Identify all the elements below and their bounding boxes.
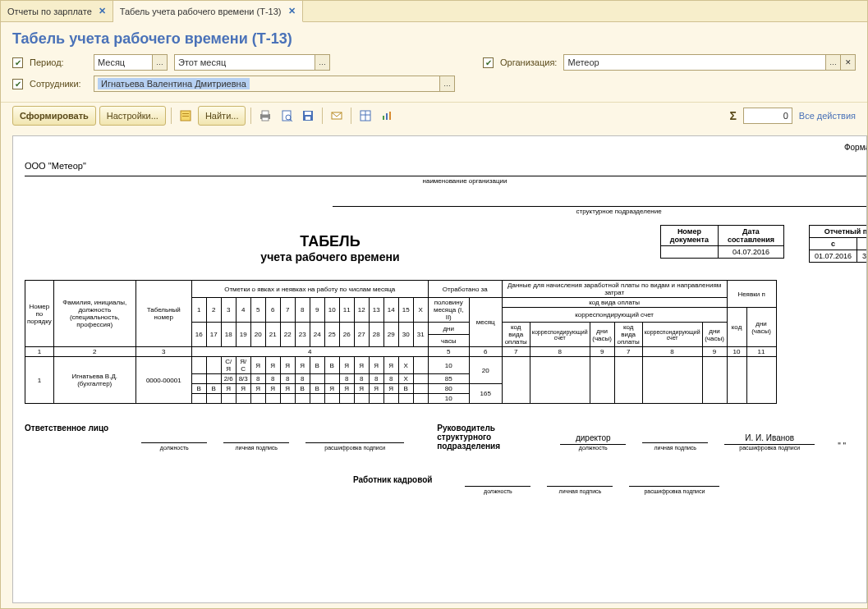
tab-timesheet[interactable]: Табель учета рабочего времени (Т-13) ✕ <box>113 1 303 22</box>
filter-panel: ✔ Период: Месяц … Этот месяц … ✔ Организ… <box>1 54 867 102</box>
period-kind-field[interactable]: Месяц … <box>94 54 168 71</box>
employees-value: Игнатьева Валентина Дмитриевна <box>98 78 250 89</box>
org-name: ООО "Метеор" <box>25 161 867 171</box>
org-caption: наименование организации <box>25 177 867 185</box>
org-field[interactable]: Метеор … ✕ <box>563 54 856 71</box>
tab-reports[interactable]: Отчеты по зарплате ✕ <box>1 1 113 21</box>
dept-caption: структурное подразделение <box>333 208 867 215</box>
tabs-bar: Отчеты по зарплате ✕ Табель учета рабоче… <box>1 1 867 22</box>
doc-title: ТАБЕЛЬ учета рабочего времени <box>25 233 636 263</box>
clear-icon[interactable]: ✕ <box>840 55 855 70</box>
chart-icon[interactable] <box>378 107 396 125</box>
app-window: Отчеты по зарплате ✕ Табель учета рабоче… <box>0 0 868 609</box>
svg-rect-18 <box>389 112 391 120</box>
signature-row-2: Работник кадровой должность личная подпи… <box>25 475 867 494</box>
report-period-table: Отчетный период спо 01.07.201631.07.2016 <box>809 225 867 263</box>
save-icon[interactable] <box>299 107 317 125</box>
tab-label: Отчеты по зарплате <box>7 7 92 16</box>
separator <box>322 108 323 124</box>
employees-label: Сотрудники: <box>30 79 87 89</box>
chooser-icon[interactable]: … <box>152 55 167 70</box>
chooser-icon[interactable]: … <box>439 76 454 91</box>
svg-rect-1 <box>182 113 189 114</box>
svg-rect-16 <box>383 116 384 120</box>
toolbar: Сформировать Настройки... Найти... Σ <box>1 102 867 130</box>
period-checkbox[interactable]: ✔ <box>12 57 23 68</box>
period-value-field[interactable]: Этот месяц … <box>174 54 330 71</box>
svg-rect-11 <box>305 117 310 120</box>
signature-row: Ответственное лицо должность личная подп… <box>25 424 867 451</box>
doc-number-table: Номер документаДата составления 04.07.20… <box>660 225 784 259</box>
chooser-icon[interactable]: … <box>315 55 329 70</box>
settings-button[interactable]: Настройки... <box>99 106 166 126</box>
report-document: Форма по ОКУД по ОКПО ООО "Метеор" наиме… <box>13 136 867 506</box>
table-icon[interactable] <box>356 107 374 125</box>
org-value: Метеор <box>567 57 599 67</box>
close-icon[interactable]: ✕ <box>99 6 106 16</box>
form-codes: Форма по ОКУД по ОКПО <box>844 143 867 161</box>
column-numbers: 1 2 3 4 5 6 7 8 9 7 8 9 10 11 <box>25 347 777 357</box>
period-value: Этот месяц <box>178 57 226 67</box>
tab-label: Табель учета рабочего времени (Т-13) <box>120 7 282 16</box>
separator <box>171 108 172 124</box>
all-actions-link[interactable]: Все действия <box>799 111 856 121</box>
report-variants-icon[interactable] <box>177 107 195 125</box>
svg-rect-4 <box>262 111 269 115</box>
employees-checkbox[interactable]: ✔ <box>12 79 23 89</box>
org-label: Организация: <box>500 57 557 67</box>
sum-icon: Σ <box>729 109 736 122</box>
chooser-icon[interactable]: … <box>825 55 840 70</box>
svg-rect-10 <box>305 112 311 115</box>
find-button[interactable]: Найти... <box>198 106 246 126</box>
timesheet-table: Номер по порядку Фамилия, инициалы, долж… <box>25 280 777 404</box>
print-icon[interactable] <box>256 107 274 125</box>
svg-rect-2 <box>182 116 189 117</box>
close-icon[interactable]: ✕ <box>288 6 296 16</box>
preview-icon[interactable] <box>278 107 296 125</box>
period-kind-value: Месяц <box>98 57 125 67</box>
svg-rect-17 <box>386 113 388 120</box>
employees-field[interactable]: Игнатьева Валентина Дмитриевна … <box>94 76 455 92</box>
separator <box>351 108 351 124</box>
report-area[interactable]: Форма по ОКУД по ОКПО ООО "Метеор" наиме… <box>12 135 867 603</box>
table-row: 1 Игнатьева В.Д. (бухгалтер) 0000-00001 … <box>25 357 777 374</box>
mail-icon[interactable] <box>328 107 346 125</box>
page-title: Табель учета рабочего времени (Т-13) <box>1 22 867 54</box>
org-checkbox[interactable]: ✔ <box>483 57 494 68</box>
svg-rect-5 <box>262 117 269 121</box>
period-label: Период: <box>30 57 87 67</box>
generate-button[interactable]: Сформировать <box>12 106 96 126</box>
separator <box>250 108 251 124</box>
sum-value: 0 <box>743 108 792 124</box>
